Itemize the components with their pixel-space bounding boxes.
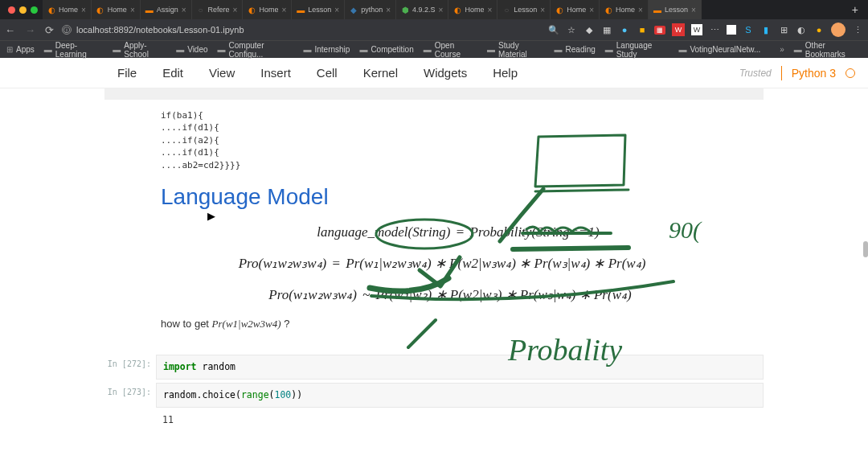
favicon-icon: ▬ — [653, 6, 661, 14]
browser-tab[interactable]: ▬Lesson× — [649, 0, 702, 19]
tab-close-icon[interactable]: × — [81, 6, 86, 14]
heading-language-model: Language Model — [161, 184, 755, 210]
scrollbar[interactable] — [862, 58, 868, 468]
ext-icon-3[interactable]: ● — [619, 24, 630, 35]
ext-icon-11[interactable]: ▮ — [760, 24, 772, 35]
back-button[interactable]: ← — [5, 24, 15, 36]
url-field[interactable]: ⓘ localhost:8892/notebooks/Lesson-01.ipy… — [62, 25, 540, 35]
bookmark-folder[interactable]: ▬Deep-Learning — [44, 41, 104, 59]
tab-title: python — [361, 6, 383, 14]
trusted-indicator[interactable]: Trusted — [739, 68, 772, 79]
browser-tab[interactable]: ◆python× — [345, 0, 396, 19]
tab-title: Home — [567, 6, 586, 14]
bookmark-folder[interactable]: ▬Video — [176, 45, 207, 54]
tab-title: Home — [616, 6, 635, 14]
tab-close-icon[interactable]: × — [638, 6, 643, 14]
tab-close-icon[interactable]: × — [334, 6, 339, 14]
bookmark-folder[interactable]: ▬Apply-School — [113, 41, 166, 59]
jupyter-menubar: File Edit View Insert Cell Kernel Widget… — [0, 58, 868, 88]
browser-tab[interactable]: ◐Home× — [92, 0, 141, 19]
tab-close-icon[interactable]: × — [130, 6, 135, 14]
browser-tab[interactable]: ◐Home× — [448, 0, 497, 19]
menu-cell[interactable]: Cell — [304, 66, 350, 80]
browser-tab[interactable]: ○Lesson× — [497, 0, 551, 19]
raw-code-block: if(ba1){ ....if(d1){ ....if(a2){ ....if(… — [161, 109, 755, 171]
browser-tab[interactable]: ▬Assign× — [141, 0, 192, 19]
ext-icon-1[interactable]: ◆ — [583, 24, 595, 35]
menu-widgets[interactable]: Widgets — [411, 66, 480, 80]
ext-icon-9[interactable] — [727, 25, 736, 35]
menu-insert[interactable]: Insert — [248, 66, 304, 80]
code-input[interactable]: import random — [156, 355, 764, 380]
window-controls[interactable] — [3, 6, 43, 14]
tab-close-icon[interactable]: × — [233, 6, 238, 14]
site-info-icon[interactable]: ⓘ — [62, 25, 72, 35]
mouse-cursor-icon: ▶ — [207, 210, 215, 222]
favicon-icon: ▬ — [297, 6, 305, 14]
ext-icon-6[interactable]: W — [672, 23, 685, 36]
scrollbar-thumb[interactable] — [863, 241, 868, 257]
ext-icon-7[interactable]: W — [691, 24, 702, 35]
star-icon[interactable]: ☆ — [566, 24, 577, 35]
ext-icon-8[interactable]: ⋯ — [709, 24, 720, 35]
kernel-name[interactable]: Python 3 — [792, 67, 836, 80]
tab-close-icon[interactable]: × — [589, 6, 594, 14]
bookmark-folder[interactable]: ▬Language Study — [605, 41, 669, 59]
favicon-icon: ◐ — [248, 6, 256, 14]
menu-help[interactable]: Help — [480, 66, 530, 80]
notebook-area[interactable]: if(ba1){ ....if(d1){ ....if(a2){ ....if(… — [0, 88, 868, 429]
tab-close-icon[interactable]: × — [386, 6, 391, 14]
other-bookmarks[interactable]: ▬Other Bookmarks — [794, 41, 862, 59]
ext-icon-14[interactable]: ● — [813, 24, 825, 35]
menu-file[interactable]: File — [104, 66, 149, 80]
code-input[interactable]: random.choice(range(100)) — [156, 383, 764, 408]
ext-icon-13[interactable]: ◐ — [796, 24, 807, 35]
ext-icon-5[interactable]: ▦ — [654, 24, 665, 35]
reload-button[interactable]: ⟳ — [45, 24, 54, 36]
close-window-icon[interactable] — [8, 6, 15, 14]
bookmark-folder[interactable]: ▬Study Material — [487, 41, 544, 59]
bookmark-folder[interactable]: ▬VotingNeuralNetw... — [678, 45, 760, 54]
ext-icon-4[interactable]: ■ — [637, 24, 648, 35]
menu-kernel[interactable]: Kernel — [350, 66, 411, 80]
profile-avatar[interactable] — [831, 23, 845, 37]
ext-icon-2[interactable]: ▦ — [601, 24, 612, 35]
browser-tab[interactable]: ▬Lesson× — [292, 0, 345, 19]
tab-close-icon[interactable]: × — [487, 6, 492, 14]
browser-tab[interactable]: ◐Home× — [551, 0, 600, 19]
code-cell[interactable]: In [272]: import random — [104, 355, 764, 380]
bookmark-folder[interactable]: ▬Reading — [555, 45, 596, 54]
bookmark-folder[interactable]: ▬Computer Configu... — [218, 41, 294, 59]
menu-icon[interactable]: ⋮ — [852, 24, 863, 35]
menu-edit[interactable]: Edit — [149, 66, 196, 80]
browser-tab[interactable]: ◐Home× — [43, 0, 92, 19]
maximize-window-icon[interactable] — [31, 6, 38, 14]
code-cell[interactable]: In [273]: random.choice(range(100)) — [104, 383, 764, 408]
forward-button[interactable]: → — [25, 24, 35, 36]
menu-view[interactable]: View — [196, 66, 248, 80]
tab-close-icon[interactable]: × — [691, 6, 696, 14]
favicon-icon: ▬ — [145, 6, 154, 14]
tab-close-icon[interactable]: × — [439, 6, 444, 14]
kernel-indicator-icon[interactable] — [845, 68, 855, 78]
tab-close-icon[interactable]: × — [182, 6, 186, 14]
apps-shortcut[interactable]: ⊞Apps — [6, 45, 35, 54]
new-tab-button[interactable]: + — [845, 3, 865, 16]
bookmark-folder[interactable]: ▬Internship — [303, 45, 350, 54]
ext-icon-12[interactable]: ⊞ — [778, 24, 789, 35]
divider — [781, 66, 782, 80]
browser-tab[interactable]: ◐Home× — [243, 0, 292, 19]
browser-tab[interactable]: ○Refere× — [192, 0, 244, 19]
equation-1: language_model(String) = Probability(Str… — [161, 224, 755, 240]
bookmark-folder[interactable]: ▬Open Course — [424, 41, 477, 59]
minimize-window-icon[interactable] — [19, 6, 27, 14]
ext-icon-10[interactable]: S — [743, 24, 754, 35]
equation-3: Pro(w₁w₂w₃w₄) ~ Pr(w₁|w₂) ∗ P(w2|w₃) ∗ P… — [145, 286, 755, 303]
browser-tab[interactable]: ◐Home× — [600, 0, 649, 19]
tab-close-icon[interactable]: × — [540, 6, 545, 14]
search-icon[interactable]: 🔍 — [548, 24, 559, 35]
tab-close-icon[interactable]: × — [281, 6, 286, 14]
bookmarks-overflow[interactable]: » — [780, 45, 784, 54]
bookmark-folder[interactable]: ▬Competition — [359, 45, 413, 54]
browser-tab[interactable]: ⬢4.9.2.S× — [396, 0, 448, 19]
